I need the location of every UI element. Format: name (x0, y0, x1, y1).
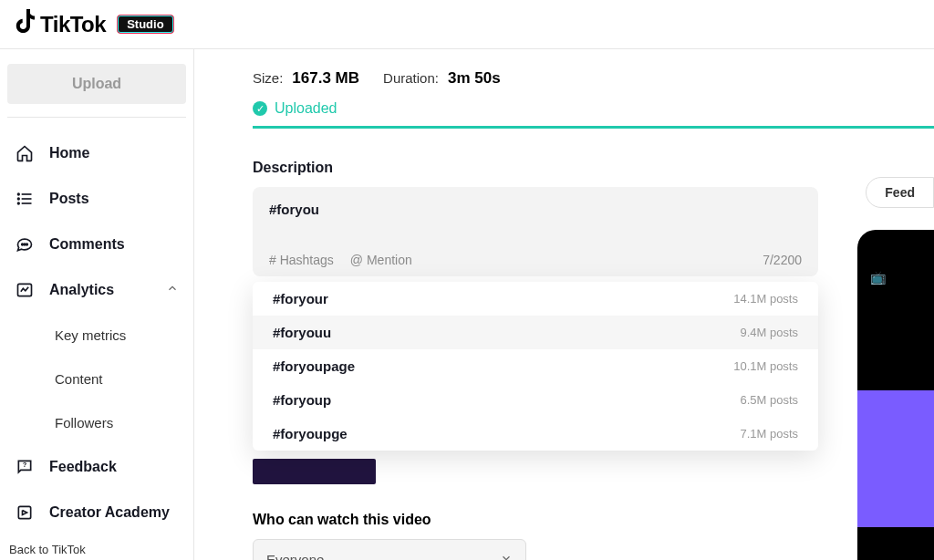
size-value: 167.3 MB (292, 69, 359, 88)
top-bar: TikTok Studio (0, 0, 934, 49)
feedback-icon: ? (15, 457, 35, 477)
visibility-title: Who can watch this video (253, 512, 934, 528)
feed-tab[interactable]: Feed (866, 177, 934, 208)
upload-button[interactable]: Upload (7, 64, 186, 104)
home-icon (15, 143, 35, 163)
note-icon (13, 8, 36, 40)
main-content: Size: 167.3 MB Duration: 3m 50s ✓ Upload… (194, 49, 934, 560)
size-label: Size: (253, 70, 283, 86)
mention-button[interactable]: @ Mention (350, 253, 412, 267)
hashtags-button[interactable]: # Hashtags (269, 253, 334, 267)
nav-key-metrics[interactable]: Key metrics (7, 313, 186, 357)
suggestion-item[interactable]: #foryoupage 10.1M posts (253, 349, 818, 383)
file-meta: Size: 167.3 MB Duration: 3m 50s (253, 69, 934, 88)
duration-value: 3m 50s (448, 69, 501, 88)
svg-point-8 (26, 244, 28, 245)
nav-label: Feedback (49, 459, 117, 475)
preview-thumbnail (857, 390, 934, 527)
nav-label: Analytics (49, 282, 114, 298)
nav-label: Creator Academy (49, 504, 170, 521)
back-to-tiktok-link[interactable]: Back to TikTok (0, 535, 193, 560)
description-text: #foryou (269, 202, 802, 245)
nav-label: Posts (49, 191, 89, 207)
svg-point-3 (18, 193, 20, 195)
visibility-select[interactable]: Everyone (253, 539, 526, 560)
svg-point-7 (24, 244, 26, 245)
studio-badge: Studio (117, 15, 173, 34)
char-counter: 7/2200 (763, 253, 802, 267)
suggestion-item[interactable]: #foryour 14.1M posts (253, 282, 818, 316)
hashtag-suggestions: #foryour 14.1M posts #foryouu 9.4M posts… (253, 282, 818, 451)
tiktok-logo[interactable]: TikTok Studio (13, 8, 174, 40)
brand-text: TikTok (40, 12, 106, 37)
nav-label: Comments (49, 236, 125, 253)
live-icon: 📺 (870, 270, 886, 285)
upload-status-text: Uploaded (275, 100, 337, 117)
svg-point-5 (18, 202, 20, 204)
suggestion-item[interactable]: #foryoupge 7.1M posts (253, 417, 818, 451)
suggestion-item[interactable]: #foryoup 6.5M posts (253, 383, 818, 417)
svg-text:?: ? (23, 461, 27, 469)
chevron-up-icon (166, 282, 179, 298)
visibility-value: Everyone (266, 552, 324, 561)
check-icon: ✓ (253, 101, 267, 116)
description-title: Description (253, 160, 934, 176)
chevron-down-icon (500, 552, 513, 561)
nav-followers[interactable]: Followers (7, 400, 186, 444)
nav-label: Home (49, 145, 89, 161)
svg-point-6 (22, 244, 24, 245)
nav-feedback[interactable]: ? Feedback (7, 444, 186, 490)
upload-progress-bar (253, 126, 934, 129)
nav-home[interactable]: Home (7, 130, 186, 176)
analytics-icon (15, 280, 35, 300)
cover-thumbnail[interactable] (253, 459, 376, 484)
phone-preview: 📺 (857, 230, 934, 560)
comment-icon (15, 234, 35, 254)
description-input[interactable]: #foryou # Hashtags @ Mention 7/2200 (253, 187, 818, 276)
duration-label: Duration: (383, 70, 439, 86)
suggestion-item[interactable]: #foryouu 9.4M posts (253, 316, 818, 349)
svg-rect-11 (18, 506, 30, 518)
list-icon (15, 189, 35, 209)
nav-content[interactable]: Content (7, 357, 186, 400)
nav-analytics[interactable]: Analytics (7, 267, 186, 313)
upload-status: ✓ Uploaded (253, 100, 934, 117)
svg-point-4 (18, 198, 20, 200)
nav-creator-academy[interactable]: Creator Academy (7, 490, 186, 535)
academy-icon (15, 503, 35, 523)
nav-posts[interactable]: Posts (7, 176, 186, 222)
nav-comments[interactable]: Comments (7, 222, 186, 267)
sidebar: Upload Home Posts Comments Analytics Key… (0, 49, 194, 560)
